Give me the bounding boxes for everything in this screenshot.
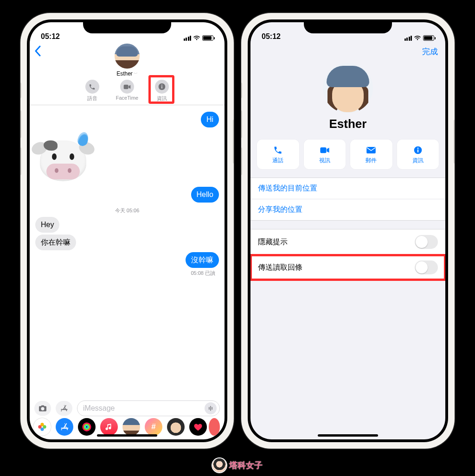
phone-icon [85,80,99,94]
svg-rect-15 [417,149,418,152]
message-row[interactable]: Hello [35,187,219,203]
svg-point-11 [85,425,88,428]
message-row[interactable]: 沒幹嘛 [35,252,219,268]
message-bubble-outgoing: 沒幹嘛 [186,252,219,268]
app-more[interactable] [209,418,220,436]
app-photos[interactable] [33,418,51,436]
notch [304,19,392,33]
mute-switch [20,83,21,98]
svg-rect-12 [320,147,326,152]
read-receipt: 05:08 已讀 [35,270,215,277]
video-icon [320,145,330,156]
wifi-icon [193,35,200,41]
chevron-down-icon: ﹀ [134,71,138,77]
side-button [233,120,234,164]
watermark-avatar-icon [212,458,226,472]
svg-point-4 [42,408,44,410]
back-button[interactable] [34,45,41,57]
svg-rect-13 [366,146,376,153]
row-send-current-location[interactable]: 傳送我的目前位置 [250,178,445,199]
app-store-icon [60,422,69,432]
contact-name-dropdown[interactable]: Esther ﹀ [116,70,138,77]
status-time: 05:12 [41,32,60,41]
contact-avatar[interactable] [115,44,140,69]
time-divider: 今天 05:06 [35,207,219,214]
music-icon [105,423,113,431]
info-label: 資訊 [157,95,167,102]
hide-alerts-toggle[interactable] [415,235,438,249]
audio-call-button[interactable]: 語音 [85,80,99,102]
mail-icon [366,145,376,156]
facetime-button[interactable]: FaceTime [116,80,139,102]
watermark: 塔科女子 [212,458,263,472]
hashtag-icon: # [151,422,155,432]
app-memoji-2[interactable] [167,418,185,436]
watermark-text: 塔科女子 [229,460,263,471]
message-row[interactable]: Hey [35,217,219,233]
info-button[interactable]: 資訊 [155,80,169,102]
tile-mail-label: 郵件 [366,157,377,165]
mute-switch [241,83,242,98]
message-list[interactable]: Hi He [30,105,225,398]
message-input-placeholder: iMessage [83,404,115,413]
app-memoji-1[interactable] [122,418,140,436]
svg-point-3 [161,85,162,86]
photos-icon [37,422,47,432]
app-appstore[interactable] [56,418,73,436]
camera-icon [38,405,47,412]
message-row[interactable]: 你在幹嘛 [35,235,219,250]
waveform-icon [208,405,213,412]
contact-avatar-large[interactable] [323,63,373,113]
row-label: 隱藏提示 [258,237,288,247]
message-row[interactable] [35,129,219,185]
contact-action-tiles: 通話 視訊 郵件 [250,140,445,169]
status-time: 05:12 [262,32,281,41]
tile-video[interactable]: 視訊 [304,140,346,169]
app-hashtag[interactable]: # [145,418,162,436]
dictation-button[interactable] [205,402,217,414]
app-activity[interactable] [78,418,96,436]
svg-rect-2 [161,86,162,89]
phone-frame-left: 05:12 Esther [20,13,234,449]
settings-group: 隱藏提示 傳送讀取回條 [250,229,445,280]
row-read-receipts[interactable]: 傳送讀取回條 [250,254,445,280]
app-music[interactable] [100,418,118,436]
details-header: 完成 [250,43,445,60]
message-bubble-incoming: 你在幹嘛 [35,235,76,250]
svg-rect-0 [124,84,128,89]
row-label: 分享我的位置 [258,205,302,215]
phone-icon [273,145,282,156]
wifi-icon [414,35,421,41]
tile-mail[interactable]: 郵件 [350,140,392,169]
phone-frame-right: 05:12 完成 Esth [241,13,455,449]
input-bar: iMessage [30,398,225,419]
cellular-icon [404,36,412,41]
app-digital-touch[interactable] [189,418,207,436]
tile-info[interactable]: 資訊 [397,140,439,169]
info-icon [155,80,169,94]
home-indicator[interactable] [97,434,157,437]
svg-point-8 [38,425,41,428]
heart-icon [193,423,203,431]
battery-icon [423,35,434,41]
audio-call-label: 語音 [87,95,97,102]
volume-up-button [20,110,21,138]
message-row[interactable]: Hi [35,112,219,127]
message-input[interactable]: iMessage [77,400,220,416]
contact-details-screen: 05:12 完成 Esth [250,22,445,439]
tile-call[interactable]: 通話 [257,140,299,169]
home-indicator[interactable] [318,434,378,437]
row-label: 傳送讀取回條 [258,263,302,273]
read-receipts-toggle[interactable] [415,260,438,274]
done-button[interactable]: 完成 [422,46,438,57]
tile-info-label: 資訊 [412,157,424,165]
notch [83,19,171,33]
app-store-button[interactable] [56,401,72,416]
battery-icon [202,35,213,41]
row-hide-alerts[interactable]: 隱藏提示 [250,229,445,254]
video-icon [120,80,134,94]
contact-name: Esther [116,70,133,77]
camera-button[interactable] [34,401,51,416]
row-share-location[interactable]: 分享我的位置 [250,199,445,220]
activity-rings-icon [82,422,92,432]
